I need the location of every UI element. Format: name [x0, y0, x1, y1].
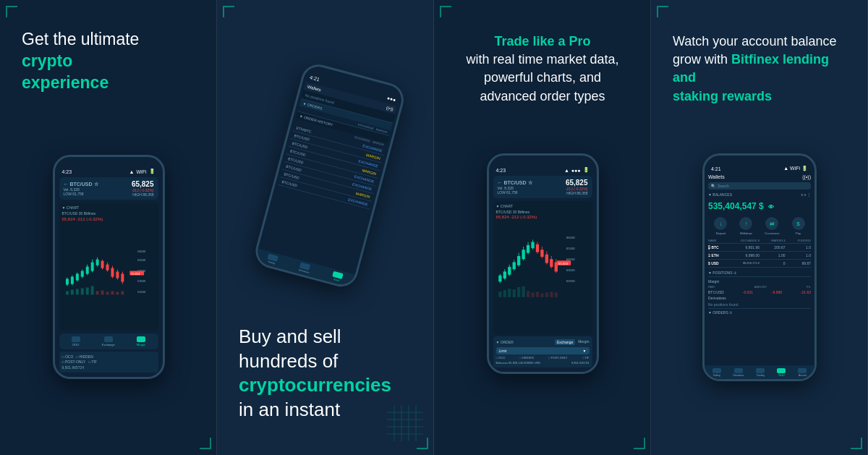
panel1-headline: Get the ultimate crypto experience	[22, 29, 139, 94]
corner-bracket-tl-3	[440, 6, 451, 17]
svg-text:65,824: 65,824	[558, 262, 569, 265]
btc-low: LOW 81,758	[64, 192, 98, 196]
tab-derivatives-4: Derivatives	[733, 368, 744, 377]
phone-notch	[87, 157, 130, 167]
svg-rect-84	[498, 292, 501, 298]
phone-notch-4	[738, 156, 781, 166]
phone-4-container: 4:21 ▲ WiFi 🔋 Wallets ((•)) 🔍 Search	[702, 113, 817, 422]
svg-rect-42	[121, 292, 124, 295]
phone-notch-3	[521, 156, 564, 166]
svg-rect-91	[531, 293, 534, 297]
tab-wallet-4: Wallet	[777, 368, 786, 377]
panel2-headline: Buy and sell hundreds of cryptocurrencie…	[239, 325, 412, 422]
status-icons: ▲ WiFi 🔋	[129, 169, 156, 174]
candlestick-chart: 66500 65500 64500 63500 62500	[62, 223, 156, 320]
svg-text:66500: 66500	[137, 250, 146, 253]
phone-screen-3: 4:23 ▲ ●●● 🔋 ← BTC/USD ☆ Vol. 8,328	[489, 156, 597, 372]
wallet-screen: 4:21 ▲ WiFi 🔋 Wallets ((•)) 🔍 Search	[705, 156, 814, 379]
coin-row-btc: ₿ BTC 9,801.66 200.67 1.0	[708, 244, 811, 252]
status-bar: 4:23 ▲ WiFi 🔋	[59, 169, 158, 174]
order-area: □ OCO □ HIDDEN □ POST-ONLY □ TIF 9,801.6…	[59, 352, 158, 373]
corner-bracket-tl	[6, 6, 17, 17]
chart-svg-3: 66500 65500 64500 63500 62500	[496, 220, 590, 315]
panel-4: Watch your account balance grow with Bit…	[651, 0, 868, 455]
balances-row: Balances 96,858,134.809099 USD 9,801.665…	[496, 361, 590, 365]
svg-rect-40	[111, 292, 114, 295]
positions-section: ▼ POSITIONS ① Margin PAIR AMOUNT P/L BTC…	[708, 271, 811, 308]
deposit-btn: ↓ Deposit	[714, 217, 727, 235]
tab-account-4: Account	[798, 368, 807, 377]
svg-rect-35	[85, 288, 88, 295]
no-positions-deriv: No positions found	[708, 301, 811, 308]
svg-rect-93	[540, 294, 543, 297]
coin-row-eth: Ξ ETH 9,998.00 1.00 1.0	[708, 252, 811, 260]
svg-text:63500: 63500	[566, 269, 575, 273]
grid-decoration-2	[387, 405, 423, 444]
orders-bottom-label: ▼ ORDERS ①	[708, 308, 811, 315]
svg-rect-39	[106, 292, 109, 295]
positions-sub-label: Margin	[708, 278, 811, 284]
svg-rect-88	[517, 287, 520, 297]
svg-text:62500: 62500	[137, 291, 146, 294]
panel-2: 4:21 ●●● Wallets ((•)) No positions foun…	[217, 0, 434, 455]
svg-rect-90	[526, 292, 529, 298]
svg-rect-41	[116, 292, 119, 295]
svg-rect-86	[508, 289, 511, 297]
phone-mockup-2: 4:21 ●●● Wallets ((•)) No positions foun…	[252, 61, 407, 291]
phone-mockup-4: 4:21 ▲ WiFi 🔋 Wallets ((•)) 🔍 Search	[702, 153, 817, 381]
status-bar-3: 4:23 ▲ ●●● 🔋	[493, 167, 592, 173]
conversion-btn: ⇄ Conversion	[765, 217, 779, 235]
panel4-text: Watch your account balance grow with Bit…	[673, 33, 846, 106]
tab-exchange: OOO	[72, 336, 80, 346]
order-checkboxes-3: □ OCO □ HIDDEN □ POST-ONLY □ TIF	[496, 356, 590, 360]
derivatives-sub-label: Derivatives	[708, 295, 811, 301]
coin-table-header: NAME EXCHANGE $ MARGIN $ FUNDING	[708, 238, 811, 244]
search-bar: 🔍 Search	[708, 182, 811, 190]
svg-rect-96	[554, 293, 557, 297]
bottom-nav-2: Trading Derivatives Wallet	[254, 248, 354, 287]
order-type-selector: Limit ▼	[496, 347, 590, 354]
positions-header: PAIR AMOUNT P/L	[708, 284, 811, 289]
tab-trading: Exchange	[102, 336, 115, 346]
svg-rect-92	[535, 292, 538, 298]
withdraw-btn: ↑ Withdraw	[739, 217, 752, 235]
svg-rect-37	[95, 292, 98, 295]
btc-header-3: ← BTC/USD ☆ Vol. 8,328 LOW 81,758 65,825…	[493, 176, 592, 198]
btc-header: ← BTC/USD ☆ Vol. 8,328 LOW 81,758	[59, 177, 158, 200]
svg-rect-89	[522, 286, 524, 297]
action-buttons: ↓ Deposit ↑ Withdraw ⇄ Conversion $	[708, 217, 811, 235]
pay-btn: $ Pay	[792, 217, 805, 235]
corner-bracket-tl-4	[657, 6, 668, 17]
svg-text:65500: 65500	[137, 258, 146, 262]
corner-bracket-br	[200, 438, 211, 449]
svg-text:65,824: 65,824	[131, 272, 140, 276]
svg-rect-36	[90, 286, 93, 295]
chart-indicator: BTC/USD 30 Bitfinex	[62, 211, 156, 216]
balances-label: ▼ BALANCES ≡ ≡ ⋮	[708, 192, 811, 197]
corner-bracket-br-3	[634, 438, 645, 449]
panel3-text: Trade like a Pro with real time market d…	[456, 33, 629, 106]
svg-rect-33	[75, 289, 78, 295]
tab-trading-4: Trading	[712, 368, 721, 377]
svg-text:62500: 62500	[566, 280, 575, 284]
bottom-nav-4: Trading Derivatives Funding Wallet	[705, 365, 814, 379]
svg-rect-87	[512, 289, 515, 297]
chart-area-3: ▼ CHART BTC/USD 30 Bitfinex 65,824 -212 …	[493, 201, 592, 334]
panel4-headline: Watch your account balance grow with Bit…	[673, 33, 846, 106]
phone-mockup-1: 4:23 ▲ WiFi 🔋 ← BTC/USD ☆	[53, 155, 165, 379]
panel2-text: Buy and sell hundreds of cryptocurrencie…	[239, 325, 412, 422]
btc-high: HIGH 88,358	[132, 192, 154, 197]
balance-display: 9,801.665724	[62, 365, 156, 370]
coin-row-usd: $ USD 98,858,175.6 0 99.87	[708, 260, 811, 268]
position-row-1: BTC/USD -0.001 -9.898 -21.63	[708, 289, 811, 295]
order-checkboxes: □ OCO □ HIDDEN	[62, 354, 156, 359]
order-options: □ POST-ONLY □ TIF	[62, 360, 156, 364]
wallet-balance: 535,404,547 $ 👁	[708, 201, 811, 211]
corner-bracket-tl	[223, 6, 234, 17]
tab-funding-4: Funding	[756, 368, 765, 377]
phone-screen: 4:23 ▲ WiFi 🔋 ← BTC/USD ☆	[55, 157, 163, 377]
svg-rect-31	[65, 292, 68, 295]
svg-rect-95	[550, 292, 553, 298]
svg-rect-32	[70, 290, 73, 295]
phone-3-container: 4:23 ▲ ●●● 🔋 ← BTC/USD ☆ Vol. 8,328	[487, 106, 599, 422]
